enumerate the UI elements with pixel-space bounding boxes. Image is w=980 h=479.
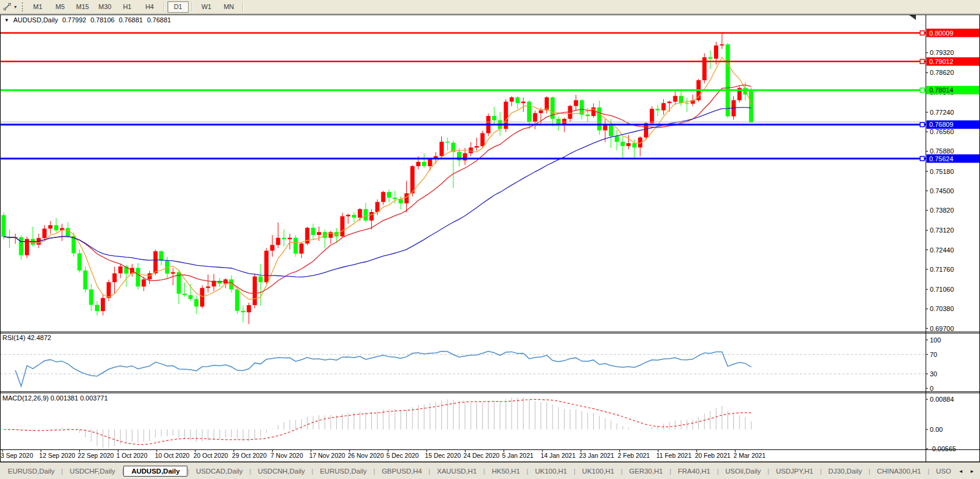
price-tick-label: 0.75180 xyxy=(930,168,954,175)
application-window: ▼ M1M5M15M30H1H4D1W1MN 0.793200.786200.7… xyxy=(0,0,980,479)
line-tool-icon[interactable] xyxy=(2,2,13,12)
timeframe-toolbar: ▼ M1M5M15M30H1H4D1W1MN xyxy=(0,0,980,14)
timeframe-buttons-group: M1M5M15M30H1H4D1W1MN xyxy=(27,1,246,13)
tab-scroll-arrows: ◄ ► xyxy=(951,463,980,479)
price-level-badge-label: 0.80009 xyxy=(929,30,953,37)
ohlc-close-value: 0.76881 xyxy=(147,16,171,24)
date-tick-label: 10 Oct 2020 xyxy=(155,452,189,459)
tab-uk100-h1-10[interactable]: UK100,H1 xyxy=(576,466,621,477)
ohlc-high-value: 0.78106 xyxy=(91,16,115,24)
line-tool-glyph xyxy=(3,2,11,11)
timeframe-button-m1[interactable]: M1 xyxy=(27,1,48,13)
scroll-left-icon[interactable]: ◄ xyxy=(958,469,963,474)
ohlc-low-value: 0.76881 xyxy=(118,16,143,24)
level-marker-square xyxy=(920,123,924,127)
date-tick-label: 7 Nov 2020 xyxy=(271,452,303,459)
date-tick-label: 26 Nov 2020 xyxy=(348,452,384,459)
tab-audusd-daily-2[interactable]: AUDUSD,Daily xyxy=(123,466,187,477)
tab-usdchf-daily-1[interactable]: USDCHF,Daily xyxy=(63,466,122,477)
date-tick-label: 22 Sep 2020 xyxy=(78,452,114,459)
scroll-right-icon[interactable]: ► xyxy=(970,469,975,474)
tab-xauusd-h1-7[interactable]: XAUUSD,H1 xyxy=(430,466,484,477)
timeframe-button-h4[interactable]: H4 xyxy=(139,1,160,13)
price-level-badge-label: 0.79012 xyxy=(929,58,953,65)
price-tick-label: 0.71760 xyxy=(930,266,954,273)
tab-usdjpy-h1-14[interactable]: USDJPY,H1 xyxy=(769,466,820,477)
price-tick-label: 0.76560 xyxy=(930,128,954,135)
symbol-tabs-group: EURUSD,Daily|USDCHF,Daily|AUDUSD,Daily|U… xyxy=(1,466,963,477)
price-tick-label: 0.73120 xyxy=(930,227,954,234)
macd-tick-label: 0.00884 xyxy=(930,396,954,403)
collapse-triangle-icon[interactable]: ▼ xyxy=(4,18,9,23)
date-tick-label: 2 Mar 2021 xyxy=(733,452,765,459)
price-tick-label: 0.79320 xyxy=(930,49,954,56)
level-marker-square xyxy=(920,156,924,161)
tab-gbpusd-h4-6[interactable]: GBPUSD,H4 xyxy=(375,466,428,477)
price-chart-svg[interactable]: 0.793200.786200.779400.772400.765600.758… xyxy=(0,0,980,479)
date-tick-label: 5 Dec 2020 xyxy=(386,452,419,459)
tab-uk100-h1-9[interactable]: UK100,H1 xyxy=(528,466,574,477)
rsi-tick-label: 30 xyxy=(930,370,937,378)
price-tick-label: 0.77240 xyxy=(930,109,954,116)
toolbar-divider xyxy=(192,2,193,11)
timeframe-button-m15[interactable]: M15 xyxy=(72,1,93,13)
price-tick-label: 0.71060 xyxy=(930,286,954,293)
tab-fra40-h1-12[interactable]: FRA40,H1 xyxy=(671,466,717,477)
toolbar-grip[interactable] xyxy=(22,2,23,11)
timeframe-button-m30[interactable]: M30 xyxy=(94,1,115,13)
date-tick-label: 15 Dec 2020 xyxy=(425,452,461,459)
price-level-badge-label: 0.75624 xyxy=(929,155,953,162)
toolbar-divider xyxy=(242,2,244,11)
rsi-tick-label: 100 xyxy=(930,336,941,344)
level-marker-square xyxy=(920,59,924,63)
date-tick-label: 1 Oct 2020 xyxy=(116,452,148,459)
timeframe-button-w1[interactable]: W1 xyxy=(196,1,217,13)
tab-china300-h1-16[interactable]: CHINA300,H1 xyxy=(871,466,928,477)
rsi-indicator-label: RSI(14) 42.4872 xyxy=(2,334,51,341)
date-tick-label: 3 Sep 2020 xyxy=(1,452,33,459)
rsi-tick-label: 0 xyxy=(930,385,933,392)
date-tick-label: 29 Oct 2020 xyxy=(232,452,267,459)
timeframe-button-mn[interactable]: MN xyxy=(218,1,239,13)
tab-eurusd-daily-0[interactable]: EURUSD,Daily xyxy=(1,466,61,477)
tab-usdcnh-daily-4[interactable]: USDCNH,Daily xyxy=(251,466,311,477)
timeframe-button-d1[interactable]: D1 xyxy=(167,1,189,13)
tab-hk50-h1-8[interactable]: HK50,H1 xyxy=(485,466,527,477)
chart-symbol-label: AUDUSD,Daily xyxy=(13,16,58,24)
chart-window-background xyxy=(1,15,980,462)
price-tick-label: 0.75880 xyxy=(930,147,954,155)
timeframe-button-m5[interactable]: M5 xyxy=(50,1,71,13)
dropdown-arrow-icon[interactable]: ▼ xyxy=(13,5,20,9)
date-tick-label: 2 Feb 2021 xyxy=(618,452,650,459)
level-marker-square xyxy=(920,31,924,35)
tab-dj30-daily-15[interactable]: DJ30,Daily xyxy=(822,466,869,477)
tab-usdcad-daily-3[interactable]: USDCAD,Daily xyxy=(189,466,249,477)
macd-tick-label: 0.00 xyxy=(930,426,943,433)
price-level-badge-label: 0.78014 xyxy=(929,86,953,94)
date-tick-label: 11 Feb 2021 xyxy=(657,452,692,459)
price-tick-label: 0.70380 xyxy=(930,305,954,312)
date-tick-label: 5 Jan 2021 xyxy=(502,452,533,459)
price-tick-label: 0.73820 xyxy=(930,207,954,214)
date-tick-label: 23 Jan 2021 xyxy=(579,452,614,459)
price-tick-label: 0.72440 xyxy=(930,246,954,254)
ohlc-open-value: 0.77992 xyxy=(62,16,86,24)
date-tick-label: 20 Feb 2021 xyxy=(695,452,730,459)
date-tick-label: 14 Jan 2021 xyxy=(540,452,576,459)
tab-usoil-daily-13[interactable]: USOil,Daily xyxy=(719,466,768,477)
date-tick-label: 24 Dec 2020 xyxy=(464,452,500,459)
date-tick-label: 12 Sep 2020 xyxy=(39,452,76,459)
date-tick-label: 20 Oct 2020 xyxy=(193,452,228,459)
tab-eurusd-daily-5[interactable]: EURUSD,Daily xyxy=(313,466,373,477)
price-tick-label: 0.74500 xyxy=(930,187,954,194)
chart-title: ▼ AUDUSD,Daily 0.77992 0.78106 0.76881 0… xyxy=(4,16,171,24)
date-tick-label: 17 Nov 2020 xyxy=(309,452,345,459)
price-tick-label: 0.69700 xyxy=(930,325,954,332)
macd-indicator-label: MACD(12,26,9) 0.001381 0.003771 xyxy=(2,394,108,402)
rsi-tick-label: 70 xyxy=(930,351,937,358)
tab-ger30-h1-11[interactable]: GER30,H1 xyxy=(623,466,670,477)
toolbar-divider xyxy=(163,2,164,11)
price-level-badge-label: 0.76809 xyxy=(929,121,953,128)
timeframe-button-h1[interactable]: H1 xyxy=(117,1,138,13)
macd-tick-label: -0.00565 xyxy=(930,445,956,452)
